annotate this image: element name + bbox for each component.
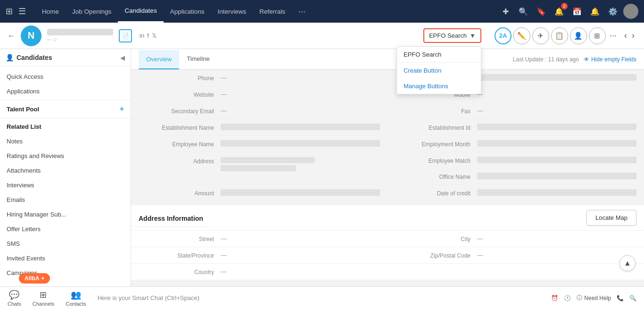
- hamburger-icon[interactable]: ☰: [18, 6, 26, 17]
- main-layout: 👤 Candidates ◀ Quick Access Applications…: [0, 49, 644, 286]
- employee-match-value: [477, 157, 636, 163]
- user-avatar[interactable]: [623, 4, 638, 19]
- history-icon-button[interactable]: 🕐: [564, 295, 571, 301]
- field-employment-month: Employment Month: [388, 136, 644, 152]
- create-button-item[interactable]: Create Button: [397, 63, 481, 78]
- hide-empty-icon: 👁: [584, 56, 589, 63]
- back-button[interactable]: ←: [8, 32, 15, 40]
- nav-applications[interactable]: Applications: [164, 0, 211, 23]
- calendar-icon[interactable]: 📅: [570, 4, 585, 19]
- field-empty: [388, 264, 644, 280]
- sidebar-toggle-icon[interactable]: ◀: [120, 54, 125, 61]
- edit-icon-button[interactable]: ✏️: [513, 27, 530, 44]
- next-arrow[interactable]: ›: [630, 30, 636, 42]
- tab-timeline[interactable]: Timeline: [179, 50, 217, 69]
- prev-arrow[interactable]: ‹: [622, 30, 629, 42]
- nav-candidates[interactable]: Candidates: [118, 0, 163, 23]
- aliba-widget[interactable]: AlibA +: [19, 273, 50, 284]
- sidebar-item-hiring-manager[interactable]: Hiring Manager Sub...: [0, 207, 131, 222]
- bottom-chats[interactable]: 💬 Chats: [8, 290, 21, 307]
- secondary-email-label: Secondary Email: [139, 107, 214, 115]
- copy-icon-button[interactable]: 📋: [551, 27, 568, 44]
- document-icon[interactable]: 📄: [119, 29, 132, 42]
- secondary-email-value: —: [221, 107, 380, 114]
- epfo-dropdown: EPFO Search Create Button Manage Buttons: [396, 46, 481, 94]
- sidebar-title: Candidates: [17, 54, 52, 61]
- facebook-icon[interactable]: f: [147, 32, 149, 39]
- help-icon-button[interactable]: ⓘ Need Help: [577, 294, 611, 302]
- form-row-address-employee-match: Address Employee Match Office Name: [131, 152, 644, 185]
- locate-map-button[interactable]: Locate Map: [586, 210, 636, 225]
- employee-match-label: Employee Match: [395, 157, 471, 164]
- epfo-select-button[interactable]: EPFO Search ▼: [423, 28, 481, 43]
- search-icon[interactable]: 🔍: [516, 4, 531, 19]
- table-icon-button[interactable]: ⊞: [589, 27, 606, 44]
- linkedin-icon[interactable]: in: [140, 32, 144, 39]
- sidebar-item-attachments[interactable]: Attachments: [0, 163, 131, 178]
- alarm-icon-button[interactable]: ⏰: [551, 295, 558, 301]
- bottom-channels[interactable]: ⊞ Channels: [33, 290, 54, 307]
- twitter-icon[interactable]: 𝕏: [152, 32, 157, 39]
- epfo-search-item[interactable]: EPFO Search: [397, 47, 481, 62]
- bookmark-icon[interactable]: 🔖: [534, 4, 549, 19]
- need-help-label: Need Help: [584, 295, 611, 301]
- manage-buttons-item[interactable]: Manage Buttons: [397, 78, 481, 94]
- tabs-right: Last Update : 11 days ago 👁 Hide empty F…: [513, 56, 636, 63]
- action-icons-row: 2A ✏️ ✈ 📋 👤 ⊞ ··· ‹ ›: [495, 27, 636, 44]
- sidebar-item-emails[interactable]: Emails: [0, 192, 131, 207]
- nav-referrals[interactable]: Referrals: [253, 0, 292, 23]
- hide-empty-fields-button[interactable]: 👁 Hide empty Fields: [584, 56, 636, 63]
- sidebar-item-talent-pool[interactable]: Talent Pool +: [0, 101, 131, 117]
- notification-icon[interactable]: 🔔 2: [552, 4, 567, 19]
- sub-header: ← N -- ☆ 📄 in f 𝕏 EPFO Search ▼ EPFO Sea…: [0, 23, 644, 49]
- smart-chat-input[interactable]: Here is your Smart Chat (Ctrl+Space): [98, 294, 540, 301]
- action-more-button[interactable]: ···: [608, 31, 619, 41]
- nav-job-openings[interactable]: Job Openings: [66, 0, 118, 23]
- field-employee-name: Employee Name: [131, 136, 388, 152]
- sidebar-item-invited-events[interactable]: Invited Events: [0, 251, 131, 266]
- send-icon-button[interactable]: ✈: [532, 27, 549, 44]
- nav-interviews[interactable]: Interviews: [211, 0, 253, 23]
- person-add-icon-button[interactable]: 👤: [570, 27, 587, 44]
- employee-name-label: Employee Name: [139, 140, 214, 148]
- help-circle-icon: ⓘ: [577, 294, 582, 302]
- form-row-amount-date: Amount Date of credit: [131, 185, 644, 201]
- country-label: Country: [139, 268, 214, 276]
- search-bottom-icon[interactable]: 🔍: [629, 295, 636, 301]
- establishment-name-value: [221, 124, 380, 130]
- sidebar-item-ratings-reviews[interactable]: Ratings and Reviews: [0, 149, 131, 163]
- city-label: City: [395, 235, 471, 242]
- bell-icon[interactable]: 🔔: [587, 4, 603, 19]
- bottom-bar: 💬 Chats ⊞ Channels 👥 Contacts Here is yo…: [0, 286, 644, 309]
- sidebar-header: 👤 Candidates ◀: [0, 49, 131, 67]
- tab-overview[interactable]: Overview: [139, 50, 179, 69]
- phone-icon-button[interactable]: 📞: [617, 295, 624, 301]
- circle-24-button[interactable]: 2A: [495, 27, 512, 44]
- scroll-to-top-button[interactable]: ▲: [619, 255, 636, 271]
- person-icon: 👤: [6, 54, 14, 61]
- form-row-establishment: Establishment Name Establishment Id: [131, 119, 644, 136]
- sidebar-item-applications[interactable]: Applications: [0, 84, 131, 99]
- channels-icon: ⊞: [40, 290, 47, 300]
- office-name-label: Office Name: [395, 173, 471, 180]
- address-value: [221, 157, 380, 171]
- sidebar-item-interviews[interactable]: Interviews: [0, 178, 131, 192]
- sidebar-item-notes[interactable]: Notes: [0, 134, 131, 149]
- settings-icon[interactable]: ⚙️: [605, 4, 620, 19]
- nav-more[interactable]: ···: [292, 0, 312, 23]
- sidebar-item-related-list[interactable]: Related List: [0, 119, 131, 134]
- bottom-contacts[interactable]: 👥 Contacts: [66, 290, 86, 307]
- talent-pool-add-icon[interactable]: +: [120, 105, 124, 113]
- add-icon[interactable]: ✚: [498, 4, 513, 19]
- field-website: Website —: [131, 86, 388, 102]
- sidebar-item-sms[interactable]: SMS: [0, 236, 131, 251]
- establishment-id-value: [477, 124, 636, 130]
- field-street: Street —: [131, 231, 388, 247]
- chats-icon: 💬: [9, 290, 19, 300]
- grid-icon[interactable]: ⊞: [6, 6, 13, 17]
- nav-home[interactable]: Home: [35, 0, 66, 23]
- sidebar-item-quick-access[interactable]: Quick Access: [0, 69, 131, 84]
- related-list-label: Related List: [7, 123, 41, 130]
- sidebar-item-offer-letters[interactable]: Offer Letters: [0, 222, 131, 236]
- content-area: Overview Timeline Last Update : 11 days …: [131, 49, 644, 286]
